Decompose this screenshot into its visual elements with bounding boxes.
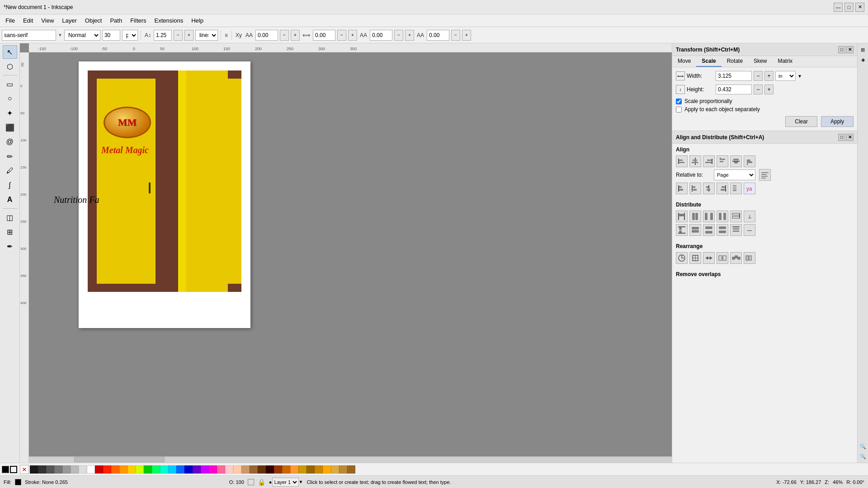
rearrange-btn-5[interactable]: [730, 252, 742, 264]
swatch-purple[interactable]: [193, 465, 201, 474]
swatch-brightred[interactable]: [103, 465, 111, 474]
w-dec[interactable]: −: [394, 30, 403, 41]
swatch-blue[interactable]: [176, 465, 184, 474]
width-unit-select[interactable]: incmmmpx: [775, 71, 796, 81]
line-height-dec[interactable]: −: [174, 30, 183, 41]
swatch-warm1[interactable]: [307, 465, 315, 474]
swatch-amber[interactable]: [282, 465, 290, 474]
apply-button[interactable]: Apply: [821, 116, 854, 127]
w-inc[interactable]: +: [405, 30, 414, 41]
relative-to-select[interactable]: Page Drawing Selection First selected La…: [714, 169, 755, 180]
swatch-maroon[interactable]: [266, 465, 274, 474]
height-inc-btn[interactable]: +: [764, 84, 774, 94]
dist-btn-16[interactable]: ⊥: [744, 211, 755, 222]
line-height-input[interactable]: [154, 30, 172, 41]
tab-matrix[interactable]: Matrix: [772, 56, 798, 67]
calligraphy-tool[interactable]: ∫: [3, 178, 17, 192]
y-coord-input[interactable]: [313, 30, 335, 41]
align-btn-26[interactable]: ya: [744, 183, 755, 194]
align-btn-21[interactable]: [676, 183, 688, 194]
swatch-nearwhite[interactable]: [79, 465, 87, 474]
swatch-goldenrod[interactable]: [290, 465, 298, 474]
font-size-input[interactable]: [102, 30, 120, 41]
dist-btn-22[interactable]: [689, 224, 701, 236]
swatch-red[interactable]: [95, 465, 103, 474]
tab-rotate[interactable]: Rotate: [722, 56, 748, 67]
star-tool[interactable]: ✦: [3, 106, 17, 120]
align-close-btn[interactable]: ✕: [846, 134, 854, 141]
menu-view[interactable]: View: [38, 16, 57, 25]
swatch-gray[interactable]: [46, 465, 54, 474]
align-btn-23[interactable]: [703, 183, 715, 194]
swatch-pink[interactable]: [209, 465, 217, 474]
maximize-button[interactable]: □: [844, 3, 854, 12]
w-coord-input[interactable]: [370, 30, 392, 41]
width-inc-btn[interactable]: +: [764, 71, 774, 81]
height-dec-btn[interactable]: −: [754, 84, 763, 94]
swatch-cyan[interactable]: [160, 465, 168, 474]
width-input[interactable]: [716, 71, 752, 81]
x-dec[interactable]: −: [280, 30, 289, 41]
swatch-white[interactable]: [87, 465, 95, 474]
rearrange-btn-1[interactable]: [676, 252, 688, 264]
y-inc[interactable]: +: [348, 30, 357, 41]
opacity-input[interactable]: [248, 479, 254, 485]
dist-btn-25[interactable]: [730, 224, 742, 236]
rearrange-btn-4[interactable]: [717, 252, 728, 264]
mesh-tool[interactable]: ⊞: [3, 225, 17, 239]
menu-path[interactable]: Path: [106, 16, 126, 25]
rearrange-btn-3[interactable]: [703, 252, 715, 264]
select-tool[interactable]: ↖: [3, 45, 17, 59]
strip-btn-zoom-in[interactable]: 🔍: [859, 442, 868, 451]
circle-tool[interactable]: ○: [3, 92, 17, 105]
swatch-darkbrown[interactable]: [258, 465, 266, 474]
dist-btn-11[interactable]: [676, 211, 688, 222]
tab-move[interactable]: Move: [672, 56, 696, 67]
font-unit-select[interactable]: pt: [122, 30, 138, 41]
transform-collapse-btn[interactable]: □: [838, 46, 845, 53]
x-coord-input[interactable]: [255, 30, 278, 41]
rect-tool[interactable]: ▭: [3, 77, 17, 91]
swatch-warm5[interactable]: [339, 465, 347, 474]
fill-indicator[interactable]: [15, 479, 21, 485]
rearrange-btn-6[interactable]: [744, 252, 755, 264]
stroke-color-swatch[interactable]: [10, 466, 17, 473]
apply-each-checkbox[interactable]: [676, 107, 682, 113]
swatch-warm3[interactable]: [323, 465, 331, 474]
gradient-tool[interactable]: ◫: [3, 211, 17, 224]
swatch-magenta[interactable]: [201, 465, 209, 474]
tab-skew[interactable]: Skew: [748, 56, 772, 67]
canvas-area[interactable]: -150 -100 -50 0 50 100 150 200 250 300 3…: [20, 43, 672, 463]
swatch-black[interactable]: [30, 465, 38, 474]
spiral-tool[interactable]: @: [3, 135, 17, 149]
dist-btn-14[interactable]: [717, 211, 728, 222]
align-btn-14[interactable]: [717, 155, 728, 167]
swatch-rose[interactable]: [225, 465, 233, 474]
align-btn-12[interactable]: [689, 155, 701, 167]
pencil-tool[interactable]: ✏: [3, 150, 17, 163]
rearrange-btn-2[interactable]: [689, 252, 701, 264]
align-right-icon[interactable]: [759, 169, 771, 181]
swatch-lightgray[interactable]: [62, 465, 71, 474]
minimize-button[interactable]: —: [834, 3, 843, 12]
align-btn-13[interactable]: [703, 155, 715, 167]
swatch-darkblue[interactable]: [184, 465, 193, 474]
swatch-brown[interactable]: [250, 465, 258, 474]
align-btn-11[interactable]: [676, 155, 688, 167]
scrollbar-horizontal[interactable]: [29, 456, 672, 463]
swatch-darkgray[interactable]: [38, 465, 46, 474]
scale-proportionally-checkbox[interactable]: [676, 99, 682, 104]
y-dec[interactable]: −: [337, 30, 346, 41]
swatch-green[interactable]: [144, 465, 152, 474]
dist-btn-21[interactable]: [676, 224, 688, 236]
close-button[interactable]: ✕: [855, 3, 864, 12]
menu-extensions[interactable]: Extensions: [151, 16, 187, 25]
menu-layer[interactable]: Layer: [58, 16, 80, 25]
lock-icon[interactable]: 🔒: [258, 479, 265, 486]
x-inc[interactable]: +: [291, 30, 300, 41]
height-input[interactable]: [716, 84, 752, 94]
swatch-midgray[interactable]: [54, 465, 62, 474]
swatch-orange[interactable]: [111, 465, 119, 474]
h-dec[interactable]: −: [451, 30, 460, 41]
swatch-peach[interactable]: [233, 465, 241, 474]
